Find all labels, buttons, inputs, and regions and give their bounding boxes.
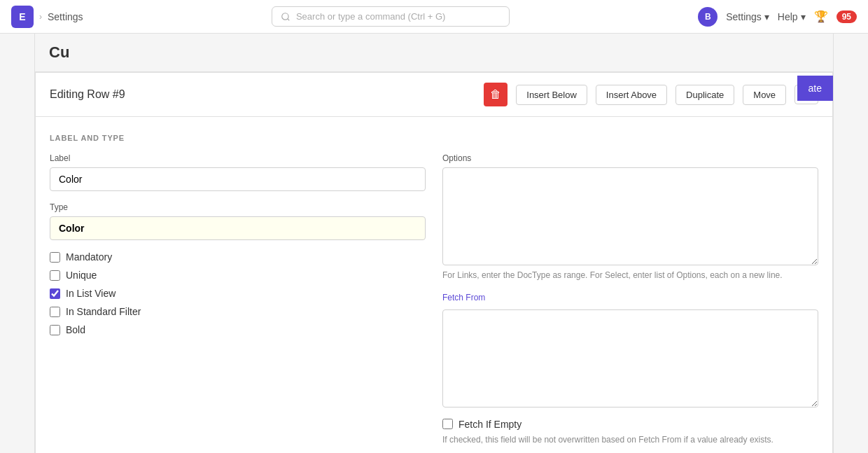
search-bar[interactable]: Search or type a command (Ctrl + G): [272, 6, 510, 27]
in-standard-filter-checkbox[interactable]: [50, 307, 60, 317]
fetch-from-label: Fetch From: [442, 293, 818, 302]
app-icon[interactable]: E: [11, 6, 34, 28]
checkbox-group: Mandatory Unique In List View: [50, 251, 426, 335]
navbar-center: Search or type a command (Ctrl + G): [83, 6, 699, 27]
form-right: Options For Links, enter the DocType as …: [442, 153, 818, 446]
main-content: Cu ate Editing Row #9 🗑 Insert Below Ins…: [35, 34, 833, 453]
in-standard-filter-label: In Standard Filter: [66, 306, 141, 317]
breadcrumb-label[interactable]: Settings: [48, 11, 83, 22]
delete-icon: 🗑: [490, 88, 501, 101]
bold-checkbox-item[interactable]: Bold: [50, 324, 426, 335]
fetch-if-empty-label: Fetch If Empty: [458, 419, 522, 430]
user-avatar: B: [698, 7, 718, 27]
search-icon: [281, 12, 290, 22]
bold-checkbox[interactable]: [50, 325, 60, 335]
page-header: Cu ate: [35, 34, 833, 72]
svg-point-0: [282, 13, 288, 19]
fetch-if-empty-field-group: Fetch If Empty If checked, this field wi…: [442, 419, 818, 446]
notification-badge: 95: [836, 11, 857, 23]
move-button[interactable]: Move: [743, 85, 786, 105]
navbar-right: B Settings ▾ Help ▾ 🏆 95: [698, 7, 857, 27]
sidebar-right: [833, 34, 868, 453]
sidebar-left: [0, 34, 35, 453]
options-field-label: Options: [442, 153, 818, 163]
options-textarea[interactable]: [442, 167, 818, 265]
help-nav[interactable]: Help ▾: [778, 11, 806, 22]
search-placeholder: Search or type a command (Ctrl + G): [296, 11, 446, 22]
row-editor-header: Editing Row #9 🗑 Insert Below Insert Abo…: [36, 73, 832, 117]
fetch-if-empty-hint: If checked, this field will be not overw…: [442, 434, 818, 446]
mandatory-label: Mandatory: [66, 251, 112, 263]
mandatory-checkbox[interactable]: [50, 252, 60, 263]
in-standard-filter-checkbox-item[interactable]: In Standard Filter: [50, 306, 426, 317]
unique-checkbox-item[interactable]: Unique: [50, 270, 426, 281]
type-select[interactable]: Color Data Int Float Text Select Link Da…: [50, 216, 426, 240]
mandatory-checkbox-item[interactable]: Mandatory: [50, 251, 426, 263]
settings-nav[interactable]: Settings ▾: [726, 11, 769, 22]
page-title: Cu: [49, 43, 69, 61]
row-editor-title: Editing Row #9: [50, 88, 475, 101]
unique-checkbox[interactable]: [50, 270, 60, 281]
section-label: LABEL AND TYPE: [50, 134, 818, 142]
navbar-left: E › Settings: [11, 6, 83, 28]
trophy-icon: 🏆: [814, 10, 828, 23]
breadcrumb-chevron-icon: ›: [39, 12, 42, 22]
in-list-view-checkbox[interactable]: [50, 288, 60, 299]
form-grid: Label Type Color Data Int Float Text: [50, 153, 818, 446]
label-field-group: Label: [50, 153, 426, 191]
navbar: E › Settings Search or type a command (C…: [0, 0, 868, 34]
form-left: Label Type Color Data Int Float Text: [50, 153, 426, 446]
fetch-from-textarea[interactable]: [442, 309, 818, 407]
duplicate-button[interactable]: Duplicate: [676, 85, 734, 105]
fetch-from-field-group: Fetch From: [442, 293, 818, 407]
fetch-if-empty-checkbox[interactable]: [442, 419, 453, 429]
options-hint: For Links, enter the DocType as range. F…: [442, 270, 818, 281]
update-button[interactable]: ate: [797, 76, 833, 101]
options-field-group: Options For Links, enter the DocType as …: [442, 153, 818, 281]
in-list-view-checkbox-item[interactable]: In List View: [50, 288, 426, 299]
label-field-label: Label: [50, 153, 426, 163]
bold-label: Bold: [66, 324, 85, 335]
in-list-view-label: In List View: [66, 288, 115, 299]
insert-above-button[interactable]: Insert Above: [596, 85, 667, 105]
row-editor: Editing Row #9 🗑 Insert Below Insert Abo…: [35, 72, 833, 453]
type-field-label: Type: [50, 202, 426, 212]
type-field-group: Type Color Data Int Float Text Select Li…: [50, 202, 426, 240]
label-input[interactable]: [50, 167, 426, 191]
fetch-if-empty-checkbox-item[interactable]: Fetch If Empty: [442, 419, 818, 430]
insert-below-button[interactable]: Insert Below: [516, 85, 587, 105]
row-editor-body: LABEL AND TYPE Label Type Color Data: [36, 117, 832, 453]
delete-row-button[interactable]: 🗑: [484, 83, 507, 106]
unique-label: Unique: [66, 270, 97, 281]
page-wrapper: Cu ate Editing Row #9 🗑 Insert Below Ins…: [0, 34, 868, 453]
